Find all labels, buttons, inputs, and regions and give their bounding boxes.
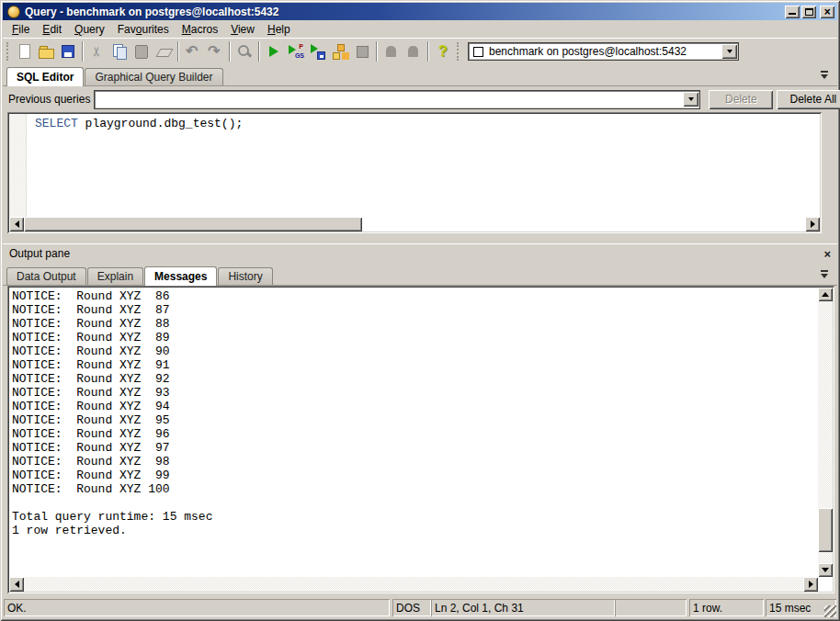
- messages-pane[interactable]: NOTICE: Round XYZ 86NOTICE: Round XYZ 87…: [7, 286, 834, 593]
- scroll-right-button[interactable]: [805, 217, 820, 231]
- tab-explain[interactable]: Explain: [87, 267, 143, 285]
- redo-button[interactable]: [204, 40, 226, 62]
- delete-all-button[interactable]: Delete All: [777, 90, 840, 109]
- tab-data-output[interactable]: Data Output: [6, 267, 86, 285]
- message-line: NOTICE: Round XYZ 88: [12, 317, 818, 331]
- undo-arrow-icon: [185, 43, 201, 60]
- menu-query[interactable]: Query: [68, 22, 111, 37]
- chevron-down-icon: [727, 50, 732, 56]
- scrollbar-thumb[interactable]: [24, 217, 362, 231]
- pane-splitter[interactable]: [3, 233, 837, 243]
- output-pane-header: Output pane ×: [3, 243, 837, 263]
- scrollbar-thumb[interactable]: [818, 508, 833, 552]
- message-line: NOTICE: Round XYZ 87: [12, 303, 818, 317]
- editor-tab-row: SQL EditorGraphical Query Builder: [3, 65, 837, 86]
- status-bar: OK. DOS Ln 2, Col 1, Ch 31 1 row. 15 mse…: [3, 597, 837, 618]
- sql-code-line: SELECT playground.dbg_test();: [35, 117, 243, 130]
- tab-messages[interactable]: Messages: [144, 266, 217, 286]
- maximize-icon: [805, 8, 813, 16]
- message-line: NOTICE: Round XYZ 90: [12, 344, 818, 358]
- scroll-up-button[interactable]: [818, 288, 833, 301]
- messages-text: NOTICE: Round XYZ 86NOTICE: Round XYZ 87…: [9, 288, 818, 577]
- execute-to-file-button[interactable]: [307, 40, 329, 62]
- find-replace-button[interactable]: [233, 40, 255, 62]
- rollback-transaction-button[interactable]: [403, 40, 425, 62]
- open-file-button[interactable]: [35, 40, 57, 62]
- help-button[interactable]: [432, 40, 454, 62]
- tab-history[interactable]: History: [218, 267, 272, 285]
- previous-queries-combo[interactable]: [94, 90, 700, 109]
- undo-button[interactable]: [182, 40, 204, 62]
- menu-macros[interactable]: Macros: [176, 22, 224, 37]
- message-line: NOTICE: Round XYZ 97: [12, 441, 818, 455]
- maximize-button[interactable]: [801, 6, 816, 18]
- cut-button[interactable]: [86, 40, 108, 62]
- scroll-left-button[interactable]: [9, 577, 24, 592]
- toolbar-grip[interactable]: [6, 42, 10, 61]
- messages-vertical-scrollbar[interactable]: [818, 288, 833, 577]
- toolbar-grip[interactable]: [457, 42, 460, 61]
- toolbar-separator: [427, 41, 429, 62]
- sql-editor[interactable]: SELECT playground.dbg_test();: [7, 112, 822, 233]
- minimize-button[interactable]: [785, 6, 800, 18]
- pgadmin-query-icon: [7, 6, 20, 18]
- message-line: NOTICE: Round XYZ 94: [12, 400, 818, 413]
- commit-transaction-button[interactable]: [380, 40, 403, 62]
- new-file-icon: [16, 43, 32, 60]
- save-floppy-icon: [60, 43, 76, 60]
- title-bar[interactable]: Query - benchmark on postgres@localhost:…: [3, 3, 837, 20]
- output-pane-close-button[interactable]: ×: [823, 248, 831, 260]
- menu-view[interactable]: View: [224, 22, 261, 37]
- connection-combo-dropdown-button[interactable]: [721, 44, 737, 59]
- resize-grip-icon[interactable]: [824, 605, 836, 617]
- previous-queries-dropdown-button[interactable]: [683, 92, 698, 107]
- tab-graphical-query-builder[interactable]: Graphical Query Builder: [85, 68, 222, 85]
- eraser-icon: [155, 43, 172, 60]
- delete-button[interactable]: Delete: [709, 90, 773, 109]
- copy-button[interactable]: [108, 40, 131, 62]
- save-file-button[interactable]: [57, 40, 79, 62]
- output-tab-row: Data OutputExplainMessagesHistory: [3, 265, 837, 286]
- arrow-down-icon: [822, 568, 829, 572]
- sql-code-rest: playground.dbg_test();: [78, 117, 243, 130]
- toolbar: PGS benchmark on postgres@localhost:5432: [3, 38, 837, 64]
- clear-window-button[interactable]: [153, 40, 175, 62]
- message-line: NOTICE: Round XYZ 96: [12, 427, 818, 441]
- execute-query-button[interactable]: [263, 40, 285, 62]
- message-line: NOTICE: Round XYZ 86: [12, 289, 818, 303]
- close-button[interactable]: ×: [820, 6, 834, 18]
- green-play-floppy-icon: [310, 43, 326, 60]
- explain-query-button[interactable]: [329, 40, 351, 62]
- connection-combo-value: benchmark on postgres@localhost:5432: [489, 45, 721, 58]
- previous-queries-label: Previous queries: [8, 93, 90, 106]
- execute-pgscript-button[interactable]: PGS: [285, 40, 307, 62]
- new-query-file-button[interactable]: [13, 40, 35, 62]
- arrow-right-icon: [809, 581, 813, 588]
- menu-file[interactable]: File: [6, 22, 36, 37]
- scroll-down-button[interactable]: [818, 563, 833, 577]
- close-icon: ×: [823, 6, 830, 17]
- editor-horizontal-scrollbar[interactable]: [9, 217, 820, 231]
- message-line: 1 row retrieved.: [12, 524, 818, 537]
- tab-overflow-chevron-icon[interactable]: [820, 71, 830, 81]
- arrow-left-icon: [15, 220, 19, 228]
- menu-edit[interactable]: Edit: [36, 22, 68, 37]
- toolbar-separator: [258, 41, 260, 62]
- sql-keyword: SELECT: [35, 117, 78, 130]
- arrow-left-icon: [15, 581, 19, 588]
- cancel-query-button[interactable]: [351, 40, 373, 62]
- editor-gutter: [9, 114, 27, 217]
- connection-combo[interactable]: benchmark on postgres@localhost:5432: [468, 42, 739, 61]
- menu-favourites[interactable]: Favourites: [111, 22, 176, 37]
- arrow-up-icon: [822, 292, 829, 297]
- scroll-left-button[interactable]: [9, 217, 24, 231]
- tab-overflow-chevron-icon[interactable]: [820, 270, 830, 280]
- toolbar-buttons: PGS: [4, 40, 463, 62]
- messages-horizontal-scrollbar[interactable]: [9, 577, 818, 592]
- explain-diagram-icon: [332, 43, 348, 60]
- scroll-right-button[interactable]: [803, 577, 818, 592]
- menu-help[interactable]: Help: [261, 22, 297, 37]
- message-line: NOTICE: Round XYZ 91: [12, 358, 818, 372]
- paste-button[interactable]: [131, 40, 153, 62]
- tab-sql-editor[interactable]: SQL Editor: [6, 67, 84, 86]
